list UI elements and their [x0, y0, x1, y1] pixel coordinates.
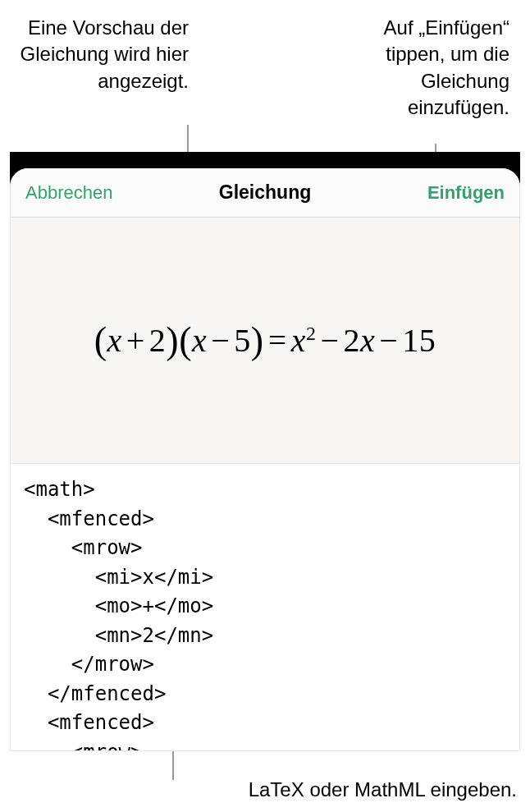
callout-insert: Auf „Einfügen“ tippen, um die Gleichung … [329, 15, 509, 122]
modal-header: Abbrechen Gleichung Einfügen [11, 168, 519, 218]
equation-modal: Abbrechen Gleichung Einfügen (x+2)(x−5)=… [10, 168, 520, 751]
page-root: Eine Vorschau der Gleichung wird hier an… [0, 0, 530, 812]
modal-title: Gleichung [219, 181, 311, 204]
callout-preview: Eine Vorschau der Gleichung wird hier an… [8, 15, 189, 94]
equation-preview: (x+2)(x−5)=x2−2x−15 [11, 218, 519, 464]
leader-line [172, 751, 174, 780]
callout-input: LaTeX oder MathML eingeben. [180, 778, 517, 801]
cancel-button[interactable]: Abbrechen [25, 182, 112, 204]
mathml-input[interactable]: <math> <mfenced> <mrow> <mi>x</mi> <mo>+… [11, 464, 519, 751]
insert-button[interactable]: Einfügen [427, 182, 505, 204]
equation-rendered: (x+2)(x−5)=x2−2x−15 [94, 319, 436, 362]
